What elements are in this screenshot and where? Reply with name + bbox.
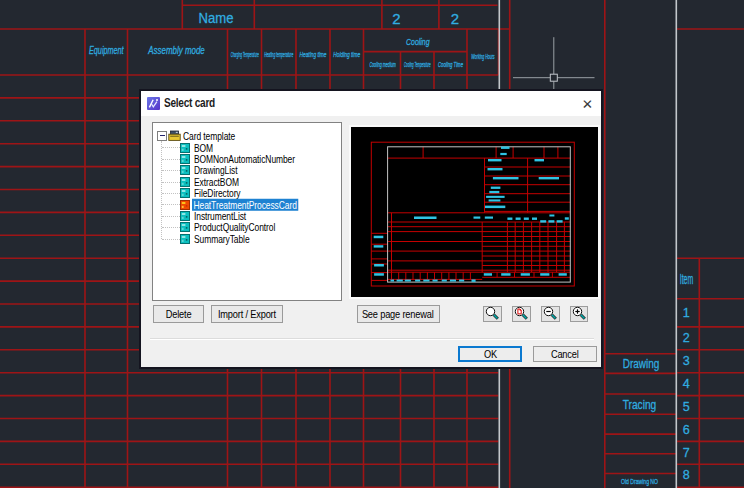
delete-button-label: Delete <box>165 308 191 320</box>
tree-item-label[interactable]: ProductQualityControl <box>194 221 275 233</box>
drawing-label: Drawing <box>623 356 660 371</box>
tree-root-row[interactable]: Card template <box>153 131 341 142</box>
charging-temp-label: Charging Temperature <box>231 51 259 59</box>
old-drawing-no-label: Old Drawing NO <box>621 477 658 486</box>
see-page-renewal-button-label: See page renewal <box>362 308 434 320</box>
heating-temp-label: Heating temperature <box>264 51 293 59</box>
item-row-number: 3 <box>683 353 690 368</box>
item-row-number: 8 <box>683 467 690 482</box>
equipment-label: Equipment <box>89 44 124 56</box>
cooling-label: Cooling <box>406 36 430 47</box>
card-item-icon-selected <box>180 200 190 210</box>
tree-item[interactable]: SummaryTable <box>153 233 341 244</box>
cooling-temp-label: Cooling Temperature <box>404 61 431 69</box>
tracing-label: Tracing <box>623 397 657 412</box>
magnifier-plus-icon <box>571 306 587 321</box>
item-row-number: 7 <box>683 445 690 460</box>
zoom-window-button[interactable] <box>483 306 502 323</box>
zoom-page-button[interactable] <box>512 306 531 323</box>
dialog-title: Select card <box>164 96 215 110</box>
magnifier-icon <box>484 306 500 321</box>
import-export-button-label: Import / Export <box>218 308 276 320</box>
item-row-number: 5 <box>683 399 690 414</box>
item-row-number: 1 <box>683 305 690 320</box>
item-row-number: 6 <box>683 422 690 437</box>
tree-item-label[interactable]: DrawingList <box>194 164 237 176</box>
heating-time-label: Heating time <box>300 50 327 59</box>
tree-item[interactable]: BOMNonAutomaticNumber <box>153 153 341 164</box>
tree-item-label[interactable]: SummaryTable <box>194 233 250 245</box>
magnifier-page-icon <box>513 306 529 321</box>
tree-item-selected[interactable]: HeatTreatmentProcessCard <box>153 199 341 210</box>
dialog-titlebar[interactable]: Select card ✕ <box>141 91 601 116</box>
card-item-icon <box>180 188 190 198</box>
tree-item-label[interactable]: InstrumentList <box>194 210 246 222</box>
value-2: 2 <box>451 10 459 27</box>
item-row-number: 4 <box>683 376 690 391</box>
card-preview-panel <box>349 125 600 300</box>
magnifier-minus-icon <box>542 306 558 321</box>
cancel-button[interactable]: Cancel <box>533 346 597 362</box>
name-label: Name <box>199 9 234 26</box>
see-page-renewal-button[interactable]: See page renewal <box>357 305 440 324</box>
item-label: Item <box>680 271 694 287</box>
import-export-button[interactable]: Import / Export <box>211 305 283 324</box>
crosshair-cursor <box>513 37 595 91</box>
working-hours-label: Working Hours <box>471 53 495 61</box>
zoom-out-button[interactable] <box>541 306 560 323</box>
cooling-medium-label: Cooling medium <box>369 61 395 69</box>
ok-button[interactable]: OK <box>458 346 522 362</box>
cancel-button-label: Cancel <box>551 348 579 360</box>
card-template-tree[interactable]: Card template BOM BOMNonAutomat <box>152 122 342 302</box>
tree-item-label[interactable]: BOMNonAutomaticNumber <box>194 153 295 165</box>
preview-grid <box>371 142 574 286</box>
dialog-body: Card template BOM BOMNonAutomat <box>141 116 601 367</box>
tree-item-label[interactable]: FileDirectory <box>194 187 241 199</box>
card-item-icon <box>180 177 190 187</box>
cooling-time-label: Cooling Time <box>438 61 463 69</box>
item-row-number: 2 <box>683 330 690 345</box>
holding-time-label: Holding time <box>333 50 360 59</box>
card-item-icon <box>180 165 190 175</box>
card-item-icon <box>180 211 190 221</box>
delete-button[interactable]: Delete <box>153 305 205 324</box>
value-1: 2 <box>392 10 400 27</box>
close-icon[interactable]: ✕ <box>579 96 596 113</box>
card-item-icon <box>180 143 190 153</box>
card-template-folder-icon <box>168 130 181 142</box>
tree-item-label[interactable]: HeatTreatmentProcessCard <box>192 198 298 210</box>
tree-item[interactable]: ProductQualityControl <box>153 222 341 233</box>
assembly-mode-label: Assembly mode <box>148 44 205 56</box>
tree-item[interactable]: ExtractBOM <box>153 176 341 187</box>
tree-item-label[interactable]: BOM <box>194 141 213 153</box>
tree-item[interactable]: InstrumentList <box>153 210 341 221</box>
card-preview-drawing <box>351 127 598 298</box>
card-item-icon <box>180 234 190 244</box>
tree-root-label[interactable]: Card template <box>183 130 235 142</box>
ok-button-label: OK <box>483 348 496 360</box>
select-card-dialog: Select card ✕ Card tem <box>139 89 603 369</box>
zoom-in-button[interactable] <box>570 306 589 323</box>
card-item-icon <box>180 154 190 164</box>
tree-collapse-icon[interactable] <box>157 131 167 141</box>
tree-item-label[interactable]: ExtractBOM <box>194 176 239 188</box>
tree-item[interactable]: BOM <box>153 142 341 153</box>
card-item-icon <box>180 222 190 232</box>
app-logo-icon <box>147 97 160 110</box>
dialog-separator <box>150 338 594 340</box>
tree-item[interactable]: DrawingList <box>153 165 341 176</box>
tree-item[interactable]: FileDirectory <box>153 188 341 199</box>
